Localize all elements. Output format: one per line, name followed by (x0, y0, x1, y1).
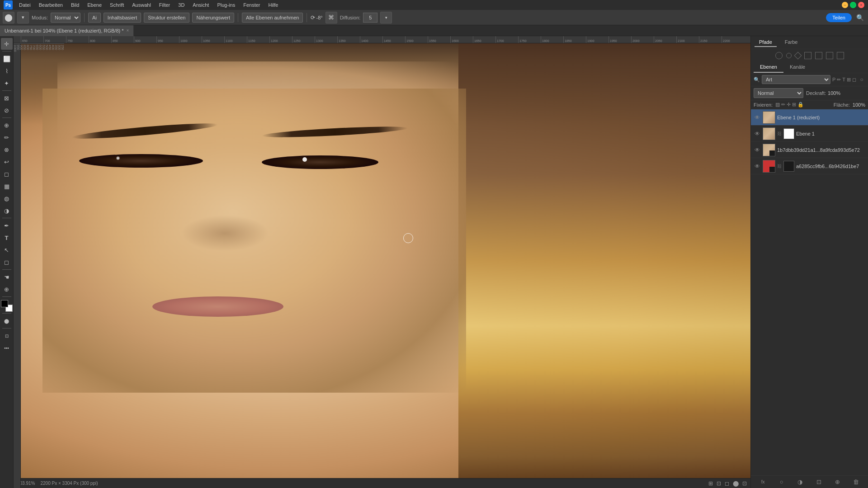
brush-preset-icon[interactable]: ▾ (17, 12, 29, 23)
layer-item-ebene1[interactable]: 👁 ⛓ Ebene 1 (751, 126, 868, 142)
menu-schrift[interactable]: Schrift (106, 1, 127, 9)
magic-wand-btn[interactable]: ✦ (1, 77, 13, 89)
menu-auswahl[interactable]: Auswahl (128, 1, 155, 9)
layer-fx-btn[interactable]: fx (759, 478, 768, 487)
shape-circle-icon[interactable] (775, 52, 783, 59)
status-icon-5[interactable]: ⊡ (742, 480, 747, 487)
healing-btn[interactable]: ⊕ (1, 119, 13, 131)
canvas-image-area[interactable] (21, 43, 750, 478)
menu-3d[interactable]: 3D (175, 1, 188, 9)
hand-btn[interactable]: ☚ (1, 271, 13, 283)
menu-ansicht[interactable]: Ansicht (189, 1, 212, 9)
dodge-btn[interactable]: ◑ (1, 205, 13, 216)
move-tool-btn[interactable]: ✛ (1, 38, 13, 50)
status-icon-1[interactable]: ⊞ (708, 480, 713, 487)
lock-move-icon[interactable]: ✛ (787, 102, 791, 108)
layers-tab[interactable]: Ebenen (754, 62, 783, 73)
document-tab-close[interactable]: × (127, 28, 129, 33)
smoothing-icon[interactable]: ⌘ (326, 12, 337, 23)
status-icon-2[interactable]: ⊡ (717, 480, 721, 487)
menu-bearbeiten[interactable]: Bearbeiten (35, 1, 66, 9)
zoom-btn[interactable]: ⊕ (1, 283, 13, 295)
naherungswert-btn[interactable]: Näherungswert (192, 13, 234, 23)
menu-plugins[interactable]: Plug-ins (213, 1, 239, 9)
share-button[interactable]: Teilen (826, 13, 852, 22)
filter-icon-2[interactable]: ✏ (837, 77, 841, 83)
layer-visibility-2[interactable]: 👁 (754, 130, 761, 137)
eraser-btn[interactable]: ◻ (1, 168, 13, 180)
filter-icon-4[interactable]: ⊞ (847, 77, 851, 83)
search-icon[interactable]: 🔍 (854, 12, 865, 23)
layer-adjustment-btn[interactable]: ◑ (796, 478, 805, 487)
menu-fenster[interactable]: Fenster (240, 1, 264, 9)
menu-hilfe[interactable]: Hilfe (264, 1, 282, 9)
shape-rect-icon[interactable] (804, 52, 811, 59)
layer-group-btn[interactable]: ⊡ (814, 478, 823, 487)
layer-visibility-3[interactable]: 👁 (754, 146, 761, 154)
window-minimize-btn[interactable]: – (842, 2, 848, 8)
layer-item-hash2[interactable]: 👁 ⛓ a6285cc9fb6...6b9426d1be7 (751, 158, 868, 174)
layer-mask-btn[interactable]: ○ (777, 478, 786, 487)
layer-item-ebene1-reduziert[interactable]: 👁 Ebene 1 (reduziert) (751, 109, 868, 126)
diffusion-dropdown-icon[interactable]: ▾ (380, 12, 392, 23)
history-brush-btn[interactable]: ↩ (1, 156, 13, 168)
gradient-btn[interactable]: ▦ (1, 180, 13, 192)
shape-circle2-icon[interactable] (786, 53, 792, 58)
inhaltsbasiert-btn[interactable]: Inhaltsbasiert (104, 13, 141, 23)
menu-datei[interactable]: Datei (15, 1, 34, 9)
alle-ebenen-btn[interactable]: Alle Ebenen aufnehmen (242, 13, 303, 23)
filter-icon-5[interactable]: ◻ (852, 77, 856, 83)
mode-dropdown[interactable]: Normal (51, 13, 80, 23)
filter-search-icon[interactable]: 🔍 (754, 77, 760, 83)
lock-transparent-icon[interactable]: ▨ (775, 102, 780, 108)
ai-btn[interactable]: Ai (88, 13, 101, 23)
stamp-btn[interactable]: ⊗ (1, 144, 13, 155)
layer-item-hash1[interactable]: 👁 1b7dbb39dd21a1...8a9fcda993d5e72 (751, 142, 868, 158)
paths-tab[interactable]: Pfade (755, 38, 777, 47)
filter-icon-3[interactable]: T (842, 77, 845, 83)
diffusion-input[interactable] (363, 13, 377, 23)
foreground-color-swatch[interactable] (1, 300, 8, 307)
layer-new-btn[interactable]: ⊕ (833, 478, 842, 487)
type-btn[interactable]: T (1, 232, 13, 244)
menu-bild[interactable]: Bild (67, 1, 83, 9)
filter-toggle-btn[interactable]: ○ (858, 76, 865, 83)
quick-mask-btn[interactable]: ⬤ (1, 315, 13, 327)
menu-filter[interactable]: Filter (156, 1, 174, 9)
path-select-btn[interactable]: ↖ (1, 244, 13, 256)
brush-options-icon[interactable]: ⬤ (3, 12, 14, 23)
status-icon-3[interactable]: ◻ (725, 480, 729, 487)
menu-ebene[interactable]: Ebene (84, 1, 105, 9)
shape-grid-icon[interactable] (815, 52, 822, 59)
rectangular-select-btn[interactable]: ⬜ (1, 53, 13, 65)
color-swatches[interactable] (1, 300, 13, 312)
screen-mode-btn[interactable]: ⊡ (1, 330, 13, 342)
document-tab[interactable]: Unbenannt-1 bei 104% (Ebene 1 (reduziert… (0, 25, 134, 36)
blur-btn[interactable]: ◍ (1, 192, 13, 204)
shape-frame-icon[interactable] (826, 52, 833, 59)
channels-tab[interactable]: Kanäle (783, 62, 811, 73)
shape-mask-icon[interactable] (837, 52, 844, 59)
blend-mode-dropdown[interactable]: Normal (754, 88, 803, 98)
brush-btn[interactable]: ✏ (1, 131, 13, 143)
eyedropper-btn[interactable]: ⊘ (1, 104, 13, 116)
window-close-btn[interactable]: × (858, 2, 864, 8)
layer-visibility-4[interactable]: 👁 (754, 163, 761, 170)
lasso-btn[interactable]: ⌇ (1, 65, 13, 77)
shape-diamond-icon[interactable] (794, 52, 802, 60)
lock-artboard-icon[interactable]: ⊞ (792, 102, 796, 108)
layer-visibility-1[interactable]: 👁 (754, 114, 761, 121)
window-maximize-btn[interactable]: □ (850, 2, 856, 8)
pen-btn[interactable]: ✒ (1, 220, 13, 231)
extra-tools-btn[interactable]: ••• (1, 342, 13, 354)
shape-btn[interactable]: ◻ (1, 256, 13, 268)
lock-all-icon[interactable]: 🔒 (797, 102, 804, 108)
filter-icon-1[interactable]: P (832, 77, 835, 83)
filter-type-dropdown[interactable]: Art (762, 75, 830, 84)
color-tab[interactable]: Farbe (780, 38, 802, 47)
status-icon-4[interactable]: ⬤ (733, 480, 739, 487)
crop-btn[interactable]: ⊠ (1, 92, 13, 104)
layer-delete-btn[interactable]: 🗑 (851, 478, 860, 487)
struktur-btn[interactable]: Struktur erstellen (144, 13, 189, 23)
lock-paint-icon[interactable]: ✏ (781, 102, 785, 108)
